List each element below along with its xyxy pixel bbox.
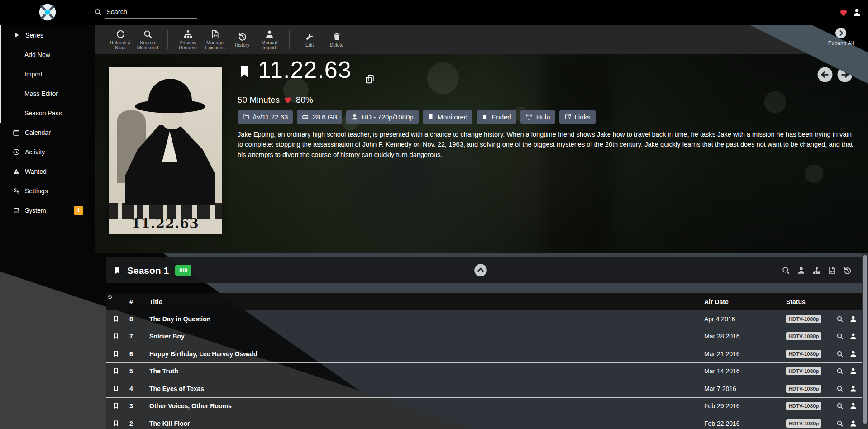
links-chip[interactable]: Links [559, 110, 596, 124]
episode-air-date: Mar 7 2016 [704, 385, 736, 392]
episode-title[interactable]: The Eyes of Texas [149, 385, 204, 392]
table-row[interactable]: 2 The Kill Floor Feb 22 2016 HDTV-1080p [106, 415, 868, 429]
episode-search-icon[interactable] [836, 333, 844, 340]
donate-heart-icon[interactable] [839, 8, 848, 17]
user-icon[interactable] [852, 8, 862, 17]
table-row[interactable]: 3 Other Voices, Other Rooms Feb 29 2016 … [106, 398, 868, 415]
season-search-icon[interactable] [782, 266, 790, 275]
episode-search-icon[interactable] [836, 420, 844, 427]
series-rating: 80% [296, 95, 313, 105]
table-row[interactable]: 4 The Eyes of Texas Mar 7 2016 HDTV-1080… [106, 380, 868, 398]
clock-icon [13, 148, 20, 156]
episode-interactive-search-icon[interactable] [849, 350, 857, 358]
status-chip: Ended [477, 110, 516, 124]
table-row[interactable]: 7 Soldier Boy Mar 28 2016 HDTV-1080p [106, 328, 868, 346]
episode-interactive-search-icon[interactable] [849, 367, 857, 375]
search-input[interactable] [105, 6, 197, 19]
season-interactive-search-icon[interactable] [797, 266, 806, 275]
episode-title[interactable]: The Truth [149, 367, 178, 375]
season-monitored-bookmark-icon[interactable] [113, 265, 121, 276]
sidebar-item-label: Import [24, 71, 43, 78]
next-series-arrow[interactable] [837, 67, 853, 83]
delete-button[interactable]: Delete [323, 32, 350, 48]
alternate-titles-copy-icon[interactable] [365, 74, 375, 84]
previous-series-arrow[interactable] [817, 67, 833, 83]
sidebar-group-series: Series Add New Import Mass Editor Season… [0, 25, 95, 123]
episode-search-icon[interactable] [836, 315, 844, 323]
episode-search-icon[interactable] [836, 402, 844, 410]
season-rename-sitemap-icon[interactable] [812, 266, 821, 275]
refresh-scan-button[interactable]: Refresh & Scan [107, 29, 134, 51]
episode-title[interactable]: Happy Birthday, Lee Harvey Oswald [149, 350, 258, 358]
sidebar-item-import[interactable]: Import [1, 64, 95, 84]
episode-search-icon[interactable] [836, 350, 844, 358]
collapse-season-chevron-up-icon[interactable] [474, 263, 487, 277]
episode-title[interactable]: The Day in Question [149, 315, 210, 323]
episode-interactive-search-icon[interactable] [849, 402, 857, 410]
season-file-video-icon[interactable] [828, 266, 836, 275]
toolbar: Refresh & Scan Search Monitored Preview … [95, 25, 868, 54]
expand-all-button[interactable]: Expand All [824, 27, 858, 47]
episode-air-date: Mar 21 2016 [704, 350, 740, 358]
preview-rename-button[interactable]: Preview Rename [174, 29, 201, 51]
sidebar-item-season-pass[interactable]: Season Pass [1, 103, 95, 123]
refresh-icon [116, 29, 125, 39]
edit-button[interactable]: Edit [296, 32, 323, 48]
episode-monitored-bookmark-icon[interactable] [113, 367, 119, 376]
manual-import-button[interactable]: Manual Import [256, 29, 283, 51]
table-row[interactable]: 8 The Day in Question Apr 4 2016 HDTV-10… [106, 310, 868, 328]
episode-search-icon[interactable] [836, 367, 844, 375]
episode-monitored-bookmark-icon[interactable] [113, 332, 119, 341]
table-row[interactable]: 6 Happy Birthday, Lee Harvey Oswald Mar … [106, 345, 868, 363]
table-options-gear-icon[interactable] [106, 293, 114, 300]
sidebar-item-label: Settings [25, 187, 48, 195]
table-row[interactable]: 5 The Truth Mar 14 2016 HDTV-1080p [106, 363, 868, 381]
scrollbar-track[interactable] [862, 253, 868, 429]
person-icon [265, 29, 274, 39]
episode-title[interactable]: Soldier Boy [149, 333, 185, 340]
sidebar-item-wanted[interactable]: Wanted [0, 162, 95, 181]
episode-interactive-search-icon[interactable] [849, 385, 857, 392]
season-title: Season 1 [127, 265, 169, 276]
manage-episodes-button[interactable]: Manage Episodes [201, 29, 229, 51]
toolbar-button-label: Edit [305, 43, 314, 48]
series-size: 28.6 GB [312, 113, 337, 121]
episode-monitored-bookmark-icon[interactable] [113, 349, 119, 358]
series-poster: 11.22.63 [109, 67, 222, 234]
sidebar-item-activity[interactable]: Activity [0, 142, 95, 162]
episode-title[interactable]: The Kill Floor [149, 420, 190, 427]
episode-interactive-search-icon[interactable] [849, 315, 857, 323]
sidebar-item-add-new[interactable]: Add New [1, 45, 95, 64]
stop-square-icon [482, 114, 488, 120]
series-meta: 50 Minutes 80% [238, 95, 313, 105]
sidebar-item-system[interactable]: System 1 [0, 200, 95, 220]
episode-interactive-search-icon[interactable] [849, 419, 857, 427]
episode-monitored-bookmark-icon[interactable] [113, 315, 119, 323]
episode-quality-badge: HDTV-1080p [786, 419, 821, 428]
history-button[interactable]: History [229, 32, 256, 48]
episode-monitored-bookmark-icon[interactable] [113, 384, 119, 393]
series-path: /tv/11.22.63 [253, 113, 288, 121]
episode-title[interactable]: Other Voices, Other Rooms [149, 402, 232, 410]
episode-interactive-search-icon[interactable] [849, 333, 857, 340]
sidebar-item-label: Mass Editor [24, 90, 58, 97]
column-header-number: # [126, 298, 136, 305]
sidebar-item-settings[interactable]: Settings [0, 181, 95, 200]
scrollbar-thumb[interactable] [863, 255, 867, 424]
sidebar-item-mass-editor[interactable]: Mass Editor [1, 84, 95, 103]
series-monitored-bookmark-icon[interactable] [238, 62, 251, 81]
search-monitored-button[interactable]: Search Monitored [134, 29, 161, 51]
column-header-air-date: Air Date [704, 298, 729, 305]
toolbar-button-label: Manual Import [256, 40, 283, 51]
size-chip: 28.6 GB [297, 110, 342, 124]
sidebar-item-series[interactable]: Series [1, 25, 95, 45]
sidebar-item-calendar[interactable]: Calendar [0, 123, 95, 142]
folder-icon [243, 114, 249, 120]
sonarr-logo-icon[interactable] [38, 3, 57, 21]
episode-search-icon[interactable] [836, 385, 844, 392]
episode-monitored-bookmark-icon[interactable] [113, 402, 119, 410]
season-history-icon[interactable] [843, 266, 852, 275]
column-header-status: Status [786, 298, 806, 305]
episode-monitored-bookmark-icon[interactable] [113, 419, 119, 428]
rating-heart-icon [284, 96, 292, 104]
